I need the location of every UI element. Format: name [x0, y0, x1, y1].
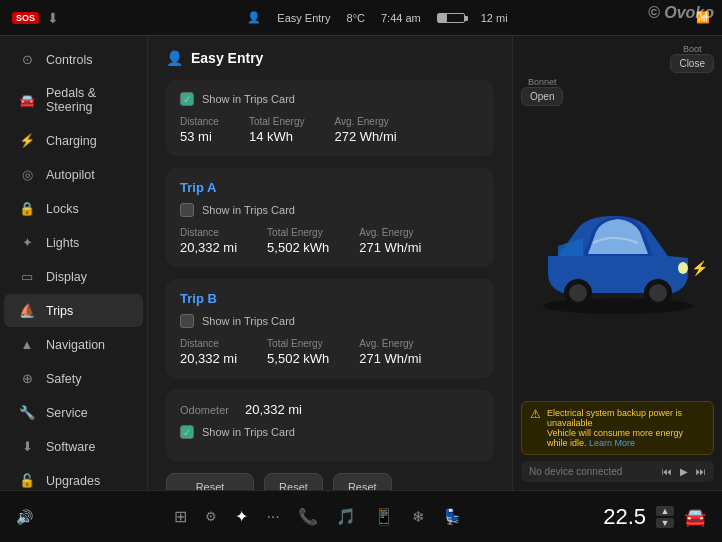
- current-trip-stats: Distance 53 mi Total Energy 14 kWh Avg. …: [180, 116, 480, 144]
- bonnet-button[interactable]: Open: [521, 87, 563, 106]
- sidebar-label-trips: Trips: [46, 304, 73, 318]
- odometer-checkbox[interactable]: ✓: [180, 425, 194, 439]
- svg-point-5: [678, 262, 688, 274]
- trip-a-avg: Avg. Energy 271 Wh/mi: [359, 227, 421, 255]
- temp-up-button[interactable]: ▲: [656, 506, 674, 516]
- sidebar: ⊙ Controls 🚘 Pedals & Steering ⚡ Chargin…: [0, 36, 148, 490]
- sidebar-label-safety: Safety: [46, 372, 81, 386]
- trip-b-distance: Distance 20,332 mi: [180, 338, 237, 366]
- autopilot-icon: ◎: [18, 167, 36, 182]
- stat-avg-value: 272 Wh/mi: [335, 129, 397, 144]
- trip-b-avg-value: 271 Wh/mi: [359, 351, 421, 366]
- current-trip-show-row: ✓ Show in Trips Card: [180, 92, 480, 106]
- trip-b-stats: Distance 20,332 mi Total Energy 5,502 kW…: [180, 338, 480, 366]
- trip-a-header: Trip A: [180, 180, 480, 195]
- sidebar-label-autopilot: Autopilot: [46, 168, 95, 182]
- bottom-right: 22.5 ▲ ▼ 🚘: [603, 504, 706, 530]
- bottom-icon-more[interactable]: ···: [266, 508, 279, 526]
- safety-icon: ⊕: [18, 371, 36, 386]
- boot-section: Boot Close: [670, 44, 714, 73]
- car-image-area: ⚡: [521, 110, 714, 395]
- stat-energy: Total Energy 14 kWh: [249, 116, 305, 144]
- reset-a-button[interactable]: Reset Trip A: [264, 473, 323, 490]
- content-title: 👤 Easy Entry: [166, 50, 494, 66]
- car-visualization: ⚡: [528, 188, 708, 318]
- reset-b-button[interactable]: Reset Trip B: [333, 473, 392, 490]
- battery-indicator: [437, 13, 465, 23]
- trip-b-header: Trip B: [180, 291, 480, 306]
- top-bar-left: SOS ⬇: [12, 10, 59, 26]
- sidebar-label-pedals: Pedals & Steering: [46, 86, 129, 114]
- sidebar-item-controls[interactable]: ⊙ Controls: [4, 43, 143, 76]
- prev-track-icon[interactable]: ⏮: [662, 466, 672, 477]
- bottom-icon-seat[interactable]: 💺: [443, 508, 462, 526]
- sidebar-item-locks[interactable]: 🔒 Locks: [4, 192, 143, 225]
- warning-content: Electrical system backup power is unavai…: [547, 408, 705, 448]
- sidebar-item-display[interactable]: ▭ Display: [4, 260, 143, 293]
- stat-distance-label: Distance: [180, 116, 219, 127]
- sidebar-label-lights: Lights: [46, 236, 79, 250]
- sidebar-item-upgrades[interactable]: 🔓 Upgrades: [4, 464, 143, 490]
- play-pause-icon[interactable]: ▶: [680, 466, 688, 477]
- bottom-center: ⊞ ⚙ ✦ ··· 📞 🎵 📱 ❄ 💺: [174, 507, 461, 526]
- trip-b-distance-label: Distance: [180, 338, 237, 349]
- trip-b-energy-value: 5,502 kWh: [267, 351, 329, 366]
- boot-button[interactable]: Close: [670, 54, 714, 73]
- reset-current-button[interactable]: Reset Current Trip: [166, 473, 254, 490]
- svg-point-2: [569, 284, 587, 302]
- trip-a-distance-label: Distance: [180, 227, 237, 238]
- bottom-icon-phone[interactable]: 📞: [298, 507, 318, 526]
- sidebar-item-navigation[interactable]: ▲ Navigation: [4, 328, 143, 361]
- trip-a-energy: Total Energy 5,502 kWh: [267, 227, 329, 255]
- odometer-show-row: ✓ Show in Trips Card: [180, 425, 480, 439]
- download-icon: ⬇: [47, 10, 59, 26]
- current-trip-section: ✓ Show in Trips Card Distance 53 mi Tota…: [166, 80, 494, 156]
- trip-b-show-row: Show in Trips Card: [180, 314, 480, 328]
- trip-a-show-row: Show in Trips Card: [180, 203, 480, 217]
- ovoko-watermark: © Ovoko: [648, 4, 714, 22]
- warning-text: Electrical system backup power is unavai…: [547, 408, 705, 428]
- bottom-icon-grid[interactable]: ⊞: [174, 507, 187, 526]
- trip-a-stats: Distance 20,332 mi Total Energy 5,502 kW…: [180, 227, 480, 255]
- bottom-icon-bluetooth[interactable]: ✦: [235, 507, 248, 526]
- sidebar-item-trips[interactable]: ⛵ Trips: [4, 294, 143, 327]
- sidebar-item-charging[interactable]: ⚡ Charging: [4, 124, 143, 157]
- page-title: Easy Entry: [191, 50, 263, 66]
- top-bar: SOS ⬇ 👤 Easy Entry 8°C 7:44 am 12 mi 📶: [0, 0, 722, 36]
- sidebar-item-safety[interactable]: ⊕ Safety: [4, 362, 143, 395]
- trips-icon: ⛵: [18, 303, 36, 318]
- sidebar-label-controls: Controls: [46, 53, 93, 67]
- bottom-icon-gauge[interactable]: ⚙: [205, 509, 217, 524]
- title-icon: 👤: [166, 50, 183, 66]
- current-trip-checkbox[interactable]: ✓: [180, 92, 194, 106]
- sidebar-item-lights[interactable]: ✦ Lights: [4, 226, 143, 259]
- trip-a-checkbox[interactable]: [180, 203, 194, 217]
- temperature-value: 22.5: [603, 504, 646, 530]
- volume-icon[interactable]: 🔊: [16, 509, 33, 525]
- sidebar-label-navigation: Navigation: [46, 338, 105, 352]
- trip-b-show-label: Show in Trips Card: [202, 315, 295, 327]
- reset-buttons-row: Reset Current Trip Reset Trip A Reset Tr…: [166, 473, 494, 490]
- range-display: 12 mi: [481, 12, 508, 24]
- car-panel: Boot Close Bonnet Open: [512, 36, 722, 490]
- current-trip-show-label: Show in Trips Card: [202, 93, 295, 105]
- temp-down-button[interactable]: ▼: [656, 518, 674, 528]
- trip-a-avg-value: 271 Wh/mi: [359, 240, 421, 255]
- svg-point-0: [543, 298, 693, 314]
- sidebar-item-software[interactable]: ⬇ Software: [4, 430, 143, 463]
- main-layout: ⊙ Controls 🚘 Pedals & Steering ⚡ Chargin…: [0, 36, 722, 490]
- bottom-icon-app[interactable]: 📱: [374, 507, 394, 526]
- sidebar-item-autopilot[interactable]: ◎ Autopilot: [4, 158, 143, 191]
- bottom-icon-fan[interactable]: ❄: [412, 508, 425, 526]
- next-track-icon[interactable]: ⏭: [696, 466, 706, 477]
- sidebar-item-pedals[interactable]: 🚘 Pedals & Steering: [4, 77, 143, 123]
- sidebar-label-charging: Charging: [46, 134, 97, 148]
- trip-b-checkbox[interactable]: [180, 314, 194, 328]
- learn-more-link[interactable]: Learn More: [589, 438, 635, 448]
- sos-badge[interactable]: SOS: [12, 12, 39, 24]
- sidebar-item-service[interactable]: 🔧 Service: [4, 396, 143, 429]
- driving-mode: Easy Entry: [277, 12, 330, 24]
- bottom-bar: 🔊 ⊞ ⚙ ✦ ··· 📞 🎵 📱 ❄ 💺 22.5 ▲ ▼ 🚘: [0, 490, 722, 542]
- bottom-icon-music[interactable]: 🎵: [336, 507, 356, 526]
- navigation-icon: ▲: [18, 337, 36, 352]
